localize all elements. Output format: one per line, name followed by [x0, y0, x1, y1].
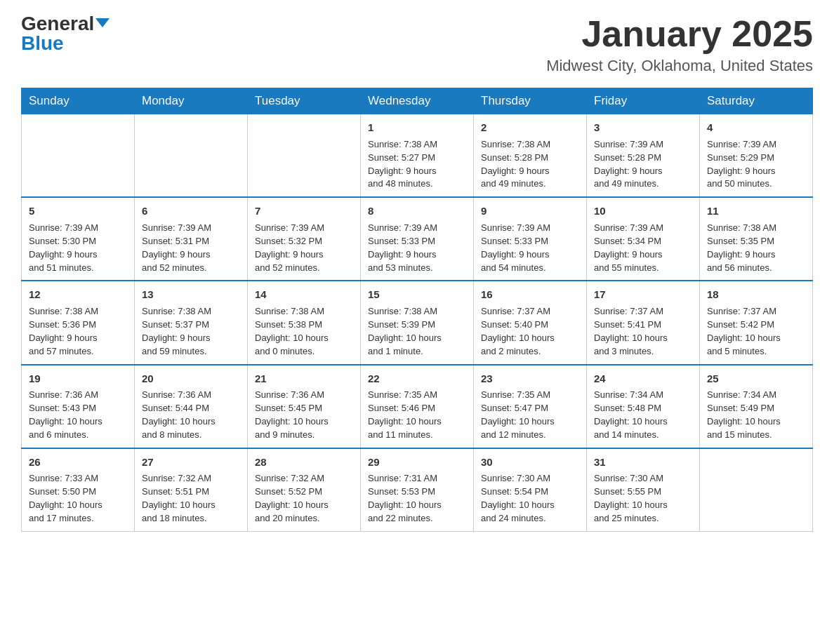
- day-number: 28: [255, 455, 353, 470]
- day-info: Sunrise: 7:37 AM Sunset: 5:42 PM Dayligh…: [707, 305, 805, 358]
- calendar-table: SundayMondayTuesdayWednesdayThursdayFrid…: [21, 88, 813, 532]
- calendar-week-row: 5Sunrise: 7:39 AM Sunset: 5:30 PM Daylig…: [22, 197, 813, 281]
- page-header: General Blue January 2025 Midwest City, …: [21, 14, 813, 75]
- day-info: Sunrise: 7:36 AM Sunset: 5:43 PM Dayligh…: [29, 389, 127, 441]
- day-number: 9: [481, 203, 579, 219]
- day-number: 19: [29, 371, 127, 387]
- day-info: Sunrise: 7:39 AM Sunset: 5:33 PM Dayligh…: [481, 222, 579, 274]
- day-number: 21: [255, 371, 353, 387]
- calendar-cell: 9Sunrise: 7:39 AM Sunset: 5:33 PM Daylig…: [474, 197, 587, 281]
- calendar-cell: 12Sunrise: 7:38 AM Sunset: 5:36 PM Dayli…: [22, 281, 135, 364]
- day-number: 3: [594, 120, 692, 135]
- day-number: 30: [481, 455, 579, 470]
- day-number: 15: [368, 287, 466, 302]
- calendar-cell: 2Sunrise: 7:38 AM Sunset: 5:28 PM Daylig…: [474, 114, 587, 198]
- calendar-cell: 5Sunrise: 7:39 AM Sunset: 5:30 PM Daylig…: [22, 197, 135, 281]
- day-info: Sunrise: 7:32 AM Sunset: 5:52 PM Dayligh…: [255, 472, 353, 525]
- day-info: Sunrise: 7:30 AM Sunset: 5:54 PM Dayligh…: [481, 472, 579, 525]
- day-number: 20: [142, 371, 240, 387]
- day-info: Sunrise: 7:32 AM Sunset: 5:51 PM Dayligh…: [142, 472, 240, 525]
- calendar-cell: 29Sunrise: 7:31 AM Sunset: 5:53 PM Dayli…: [361, 448, 474, 532]
- calendar-cell: 7Sunrise: 7:39 AM Sunset: 5:32 PM Daylig…: [248, 197, 361, 281]
- day-info: Sunrise: 7:38 AM Sunset: 5:39 PM Dayligh…: [368, 305, 466, 358]
- calendar-cell: 18Sunrise: 7:37 AM Sunset: 5:42 PM Dayli…: [700, 281, 813, 364]
- calendar-cell: 10Sunrise: 7:39 AM Sunset: 5:34 PM Dayli…: [587, 197, 700, 281]
- calendar-week-row: 19Sunrise: 7:36 AM Sunset: 5:43 PM Dayli…: [22, 365, 813, 448]
- day-number: 7: [255, 203, 353, 219]
- day-number: 6: [142, 203, 240, 219]
- day-info: Sunrise: 7:30 AM Sunset: 5:55 PM Dayligh…: [594, 472, 692, 525]
- calendar-week-row: 26Sunrise: 7:33 AM Sunset: 5:50 PM Dayli…: [22, 448, 813, 532]
- calendar-cell: 31Sunrise: 7:30 AM Sunset: 5:55 PM Dayli…: [587, 448, 700, 532]
- day-info: Sunrise: 7:39 AM Sunset: 5:29 PM Dayligh…: [707, 138, 805, 191]
- calendar-cell: 17Sunrise: 7:37 AM Sunset: 5:41 PM Dayli…: [587, 281, 700, 364]
- day-info: Sunrise: 7:38 AM Sunset: 5:35 PM Dayligh…: [707, 222, 805, 274]
- column-header-friday: Friday: [587, 88, 700, 114]
- day-number: 23: [481, 371, 579, 387]
- calendar-cell: 3Sunrise: 7:39 AM Sunset: 5:28 PM Daylig…: [587, 114, 700, 198]
- calendar-cell: [135, 114, 248, 198]
- logo-arrow-icon: [95, 18, 110, 27]
- day-info: Sunrise: 7:38 AM Sunset: 5:38 PM Dayligh…: [255, 305, 353, 358]
- column-header-tuesday: Tuesday: [248, 88, 361, 114]
- calendar-cell: [248, 114, 361, 198]
- calendar-cell: 16Sunrise: 7:37 AM Sunset: 5:40 PM Dayli…: [474, 281, 587, 364]
- day-info: Sunrise: 7:33 AM Sunset: 5:50 PM Dayligh…: [29, 472, 127, 525]
- day-info: Sunrise: 7:36 AM Sunset: 5:45 PM Dayligh…: [255, 389, 353, 441]
- day-number: 17: [594, 287, 692, 302]
- calendar-cell: 11Sunrise: 7:38 AM Sunset: 5:35 PM Dayli…: [700, 197, 813, 281]
- day-info: Sunrise: 7:35 AM Sunset: 5:46 PM Dayligh…: [368, 389, 466, 441]
- day-info: Sunrise: 7:35 AM Sunset: 5:47 PM Dayligh…: [481, 389, 579, 441]
- day-number: 31: [594, 455, 692, 470]
- column-header-saturday: Saturday: [700, 88, 813, 114]
- calendar-cell: [700, 448, 813, 532]
- calendar-cell: 1Sunrise: 7:38 AM Sunset: 5:27 PM Daylig…: [361, 114, 474, 198]
- column-header-thursday: Thursday: [474, 88, 587, 114]
- day-info: Sunrise: 7:38 AM Sunset: 5:36 PM Dayligh…: [29, 305, 127, 358]
- day-number: 12: [29, 287, 127, 302]
- day-info: Sunrise: 7:34 AM Sunset: 5:49 PM Dayligh…: [707, 389, 805, 441]
- day-number: 11: [707, 203, 805, 219]
- day-number: 14: [255, 287, 353, 302]
- calendar-cell: 20Sunrise: 7:36 AM Sunset: 5:44 PM Dayli…: [135, 365, 248, 448]
- calendar-cell: 8Sunrise: 7:39 AM Sunset: 5:33 PM Daylig…: [361, 197, 474, 281]
- day-info: Sunrise: 7:36 AM Sunset: 5:44 PM Dayligh…: [142, 389, 240, 441]
- calendar-cell: 4Sunrise: 7:39 AM Sunset: 5:29 PM Daylig…: [700, 114, 813, 198]
- calendar-cell: 30Sunrise: 7:30 AM Sunset: 5:54 PM Dayli…: [474, 448, 587, 532]
- logo: General Blue: [21, 14, 110, 53]
- calendar-cell: 24Sunrise: 7:34 AM Sunset: 5:48 PM Dayli…: [587, 365, 700, 448]
- calendar-cell: 19Sunrise: 7:36 AM Sunset: 5:43 PM Dayli…: [22, 365, 135, 448]
- day-info: Sunrise: 7:39 AM Sunset: 5:33 PM Dayligh…: [368, 222, 466, 274]
- logo-general-text: General: [21, 14, 94, 34]
- calendar-cell: [22, 114, 135, 198]
- location-title: Midwest City, Oklahoma, United States: [546, 57, 813, 75]
- day-number: 27: [142, 455, 240, 470]
- day-info: Sunrise: 7:37 AM Sunset: 5:41 PM Dayligh…: [594, 305, 692, 358]
- calendar-cell: 6Sunrise: 7:39 AM Sunset: 5:31 PM Daylig…: [135, 197, 248, 281]
- day-number: 10: [594, 203, 692, 219]
- day-number: 8: [368, 203, 466, 219]
- day-number: 22: [368, 371, 466, 387]
- logo-blue-text: Blue: [21, 34, 64, 53]
- title-block: January 2025 Midwest City, Oklahoma, Uni…: [546, 14, 813, 75]
- day-number: 25: [707, 371, 805, 387]
- day-info: Sunrise: 7:39 AM Sunset: 5:34 PM Dayligh…: [594, 222, 692, 274]
- day-info: Sunrise: 7:39 AM Sunset: 5:28 PM Dayligh…: [594, 138, 692, 191]
- day-info: Sunrise: 7:34 AM Sunset: 5:48 PM Dayligh…: [594, 389, 692, 441]
- day-info: Sunrise: 7:39 AM Sunset: 5:30 PM Dayligh…: [29, 222, 127, 274]
- day-info: Sunrise: 7:38 AM Sunset: 5:37 PM Dayligh…: [142, 305, 240, 358]
- calendar-cell: 13Sunrise: 7:38 AM Sunset: 5:37 PM Dayli…: [135, 281, 248, 364]
- day-info: Sunrise: 7:37 AM Sunset: 5:40 PM Dayligh…: [481, 305, 579, 358]
- day-info: Sunrise: 7:31 AM Sunset: 5:53 PM Dayligh…: [368, 472, 466, 525]
- calendar-cell: 23Sunrise: 7:35 AM Sunset: 5:47 PM Dayli…: [474, 365, 587, 448]
- day-number: 5: [29, 203, 127, 219]
- column-header-wednesday: Wednesday: [361, 88, 474, 114]
- calendar-cell: 15Sunrise: 7:38 AM Sunset: 5:39 PM Dayli…: [361, 281, 474, 364]
- day-number: 4: [707, 120, 805, 135]
- calendar-cell: 27Sunrise: 7:32 AM Sunset: 5:51 PM Dayli…: [135, 448, 248, 532]
- day-number: 2: [481, 120, 579, 135]
- day-number: 24: [594, 371, 692, 387]
- day-number: 26: [29, 455, 127, 470]
- day-number: 13: [142, 287, 240, 302]
- calendar-cell: 28Sunrise: 7:32 AM Sunset: 5:52 PM Dayli…: [248, 448, 361, 532]
